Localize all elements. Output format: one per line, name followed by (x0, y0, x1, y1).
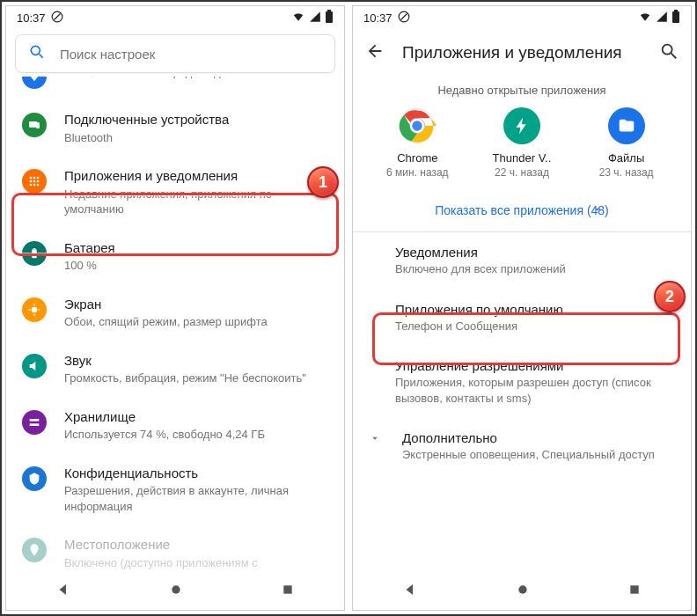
thunder-icon (503, 107, 540, 144)
status-bar: 10:37 (6, 6, 344, 29)
row-advanced[interactable]: Дополнительно Экстренные оповещения, Спе… (353, 418, 691, 475)
back-button[interactable] (365, 41, 385, 64)
row-sub: Bluetooth (64, 130, 229, 146)
status-bar: 10:37 (353, 6, 691, 29)
svg-line-5 (40, 55, 43, 58)
row-title: Уведомления (395, 245, 673, 260)
link-text: Показать все приложения (48) (435, 203, 609, 217)
svg-rect-25 (30, 423, 40, 426)
appbar-title: Приложения и уведомления (402, 43, 642, 62)
search-button[interactable] (659, 41, 679, 64)
battery-circle-icon (22, 241, 47, 266)
row-sub: Wi-Fi, моб. сети и передача данных (64, 77, 253, 80)
svg-rect-30 (672, 11, 679, 23)
svg-rect-17 (32, 249, 36, 258)
row-sub: Обои, спящий режим, размер шрифта (64, 314, 268, 330)
row-sub: Включено (доступно приложениям с местопо… (64, 555, 328, 571)
recent-app-chrome[interactable]: Chrome 6 мин. назад (373, 107, 461, 179)
wifi-circle-icon (22, 77, 47, 89)
settings-row-apps-notifications[interactable]: Приложения и уведомленияНедавние приложе… (6, 157, 344, 229)
row-title: Подключенные устройства (64, 111, 229, 128)
svg-rect-2 (326, 11, 333, 23)
settings-row-privacy[interactable]: КонфиденциальностьРазрешения, действия в… (6, 454, 344, 526)
annotation-badge-1: 1 (307, 166, 339, 198)
row-sub: Разрешения, действия в аккаунте, личная … (64, 483, 328, 514)
show-all-apps-link[interactable]: Показать все приложения (48) (353, 191, 691, 231)
nav-home-icon[interactable] (516, 583, 530, 600)
settings-row-battery[interactable]: Батарея100 % (6, 229, 344, 285)
row-sub: Недавние приложения, приложения по умолч… (64, 187, 328, 217)
svg-point-16 (37, 184, 40, 187)
row-permissions[interactable]: Управление разрешениями Приложения, кото… (353, 346, 691, 418)
nav-recent-icon[interactable] (627, 583, 642, 600)
svg-point-26 (172, 585, 180, 593)
row-title: Приложения по умолчанию (395, 302, 673, 317)
row-title: Управление разрешениями (395, 358, 673, 373)
row-title: Дополнительно (402, 430, 655, 445)
row-notifications[interactable]: Уведомления Включено для всех приложений (353, 232, 691, 290)
nav-back-icon[interactable] (55, 582, 71, 601)
settings-row-display[interactable]: ЭкранОбои, спящий режим, размер шрифта (6, 285, 344, 341)
svg-line-1 (54, 13, 60, 19)
left-phone: 10:37 Wi-Fi, моб. сети и передача данных (5, 5, 345, 611)
nav-recent-icon[interactable] (281, 583, 295, 600)
recent-app-thunder[interactable]: Thunder V.. 22 ч. назад (478, 107, 566, 179)
settings-row-location[interactable]: МестоположениеВключено (доступно приложе… (6, 525, 344, 571)
svg-point-8 (30, 177, 33, 180)
settings-list: Wi-Fi, моб. сети и передача данных Подкл… (6, 77, 344, 571)
svg-rect-18 (33, 248, 36, 249)
svg-rect-24 (30, 419, 40, 422)
row-sub: Используется 74 %, свободно 4,24 ГБ (64, 427, 265, 443)
row-sub: Экстренные оповещения, Специальный досту… (402, 447, 655, 463)
location-icon (22, 538, 47, 562)
annotation-badge-2: 2 (654, 281, 686, 312)
app-sub: 22 ч. назад (478, 166, 566, 179)
settings-search-input[interactable] (60, 47, 322, 62)
nav-back-icon[interactable] (402, 582, 418, 601)
status-time: 10:37 (363, 11, 393, 25)
svg-point-12 (33, 180, 36, 183)
row-title: Звук (64, 352, 306, 370)
svg-point-9 (33, 177, 36, 180)
app-name: Chrome (373, 151, 461, 165)
svg-rect-7 (36, 122, 40, 128)
settings-row-network[interactable]: Wi-Fi, моб. сети и передача данных (6, 77, 344, 100)
svg-point-19 (32, 306, 38, 312)
apps-notifications-content: Недавно открытые приложения Chrome 6 мин… (353, 77, 691, 571)
devices-icon (22, 113, 47, 137)
sound-icon (22, 354, 47, 378)
settings-search-bar[interactable] (15, 34, 335, 73)
chevron-down-icon (365, 432, 385, 448)
svg-point-4 (31, 46, 40, 55)
status-time: 10:37 (17, 11, 46, 25)
settings-row-connected-devices[interactable]: Подключенные устройстваBluetooth (6, 100, 344, 157)
settings-row-sound[interactable]: ЗвукГромкость, вибрация, режим "Не беспо… (6, 341, 344, 398)
svg-rect-3 (327, 10, 331, 11)
recent-apps-header: Недавно открытые приложения (353, 77, 691, 107)
svg-point-38 (518, 585, 526, 593)
privacy-icon (22, 466, 47, 491)
row-title: Конфиденциальность (64, 465, 328, 482)
dnd-icon (51, 11, 63, 26)
settings-row-storage[interactable]: ХранилищеИспользуется 74 %, свободно 4,2… (6, 398, 344, 454)
row-sub: Включено для всех приложений (395, 261, 673, 277)
apps-grid-icon (22, 169, 47, 194)
svg-rect-31 (674, 10, 678, 11)
storage-icon (22, 410, 47, 435)
row-title: Батарея (64, 239, 115, 257)
svg-rect-27 (284, 585, 292, 593)
nav-home-icon[interactable] (169, 583, 183, 600)
app-bar: Приложения и уведомления (353, 29, 691, 77)
svg-rect-39 (631, 585, 639, 593)
app-name: Thunder V.. (478, 151, 566, 165)
row-default-apps[interactable]: Приложения по умолчанию Телефон и Сообще… (353, 290, 691, 347)
wifi-icon (291, 11, 305, 26)
row-sub: Приложения, которым разрешен доступ (спи… (395, 375, 673, 406)
svg-line-29 (400, 13, 407, 19)
svg-line-33 (671, 54, 677, 59)
svg-point-14 (30, 184, 33, 187)
wifi-icon (638, 11, 652, 26)
recent-app-files[interactable]: Файлы 23 ч. назад (583, 107, 671, 179)
row-title: Местоположение (64, 536, 328, 554)
chrome-icon (399, 107, 436, 144)
